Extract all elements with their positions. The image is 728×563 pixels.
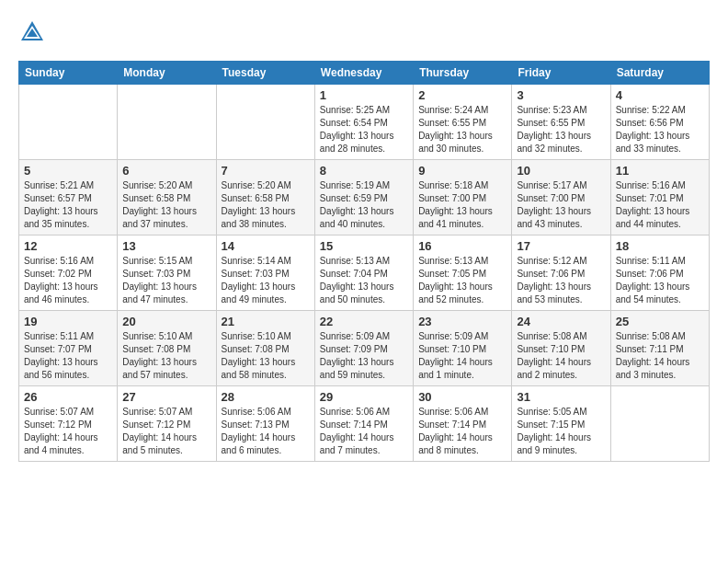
day-info: Sunrise: 5:11 AM Sunset: 7:07 PM Dayligh…: [24, 330, 112, 382]
day-info: Sunrise: 5:16 AM Sunset: 7:02 PM Dayligh…: [24, 255, 112, 306]
day-number: 2: [418, 88, 506, 102]
day-number: 9: [418, 164, 506, 178]
day-info: Sunrise: 5:20 AM Sunset: 6:58 PM Dayligh…: [122, 179, 210, 231]
calendar-cell: 21Sunrise: 5:10 AM Sunset: 7:08 PM Dayli…: [216, 311, 314, 386]
calendar-cell: 5Sunrise: 5:21 AM Sunset: 6:57 PM Daylig…: [19, 160, 118, 236]
day-info: Sunrise: 5:12 AM Sunset: 7:06 PM Dayligh…: [517, 255, 605, 306]
calendar-cell: 9Sunrise: 5:18 AM Sunset: 7:00 PM Daylig…: [414, 160, 512, 236]
day-info: Sunrise: 5:08 AM Sunset: 7:10 PM Dayligh…: [517, 330, 605, 382]
calendar-cell: 4Sunrise: 5:22 AM Sunset: 6:56 PM Daylig…: [610, 85, 709, 160]
day-number: 22: [320, 315, 408, 328]
day-number: 8: [320, 164, 408, 178]
calendar-cell: 6Sunrise: 5:20 AM Sunset: 6:58 PM Daylig…: [118, 160, 216, 236]
day-info: Sunrise: 5:14 AM Sunset: 7:03 PM Dayligh…: [222, 255, 310, 306]
day-header-monday: Monday: [118, 62, 216, 85]
calendar-cell: 22Sunrise: 5:09 AM Sunset: 7:09 PM Dayli…: [314, 311, 413, 386]
day-info: Sunrise: 5:10 AM Sunset: 7:08 PM Dayligh…: [222, 330, 310, 382]
calendar-cell: [118, 85, 216, 160]
day-info: Sunrise: 5:11 AM Sunset: 7:06 PM Dayligh…: [616, 255, 704, 306]
calendar-week-row: 5Sunrise: 5:21 AM Sunset: 6:57 PM Daylig…: [19, 160, 710, 236]
calendar-cell: 8Sunrise: 5:19 AM Sunset: 6:59 PM Daylig…: [314, 160, 413, 236]
day-number: 14: [222, 239, 310, 253]
calendar-cell: 20Sunrise: 5:10 AM Sunset: 7:08 PM Dayli…: [118, 311, 216, 386]
day-number: 26: [24, 390, 112, 404]
calendar-cell: 25Sunrise: 5:08 AM Sunset: 7:11 PM Dayli…: [610, 311, 709, 386]
day-info: Sunrise: 5:22 AM Sunset: 6:56 PM Dayligh…: [616, 104, 704, 155]
calendar-cell: 7Sunrise: 5:20 AM Sunset: 6:58 PM Daylig…: [216, 160, 314, 236]
day-number: 18: [616, 239, 704, 253]
logo: [18, 18, 50, 46]
calendar-cell: 11Sunrise: 5:16 AM Sunset: 7:01 PM Dayli…: [610, 160, 709, 236]
page-header: [18, 18, 710, 46]
calendar-cell: 30Sunrise: 5:06 AM Sunset: 7:14 PM Dayli…: [414, 386, 512, 462]
calendar-cell: 23Sunrise: 5:09 AM Sunset: 7:10 PM Dayli…: [414, 311, 512, 386]
logo-icon: [18, 18, 46, 46]
day-info: Sunrise: 5:17 AM Sunset: 7:00 PM Dayligh…: [517, 179, 605, 231]
day-info: Sunrise: 5:23 AM Sunset: 6:55 PM Dayligh…: [517, 104, 605, 155]
calendar-cell: [19, 85, 118, 160]
day-info: Sunrise: 5:09 AM Sunset: 7:09 PM Dayligh…: [320, 330, 408, 382]
day-header-saturday: Saturday: [610, 62, 709, 85]
calendar-cell: 26Sunrise: 5:07 AM Sunset: 7:12 PM Dayli…: [19, 386, 118, 462]
calendar-cell: 17Sunrise: 5:12 AM Sunset: 7:06 PM Dayli…: [512, 236, 610, 311]
day-number: 29: [320, 390, 408, 404]
day-info: Sunrise: 5:13 AM Sunset: 7:04 PM Dayligh…: [320, 255, 408, 306]
day-info: Sunrise: 5:25 AM Sunset: 6:54 PM Dayligh…: [320, 104, 408, 155]
day-info: Sunrise: 5:21 AM Sunset: 6:57 PM Dayligh…: [24, 179, 112, 231]
calendar-header-row: SundayMondayTuesdayWednesdayThursdayFrid…: [19, 62, 710, 85]
calendar-week-row: 12Sunrise: 5:16 AM Sunset: 7:02 PM Dayli…: [19, 236, 710, 311]
day-number: 13: [122, 239, 210, 253]
calendar-table: SundayMondayTuesdayWednesdayThursdayFrid…: [18, 61, 710, 462]
calendar-cell: 12Sunrise: 5:16 AM Sunset: 7:02 PM Dayli…: [19, 236, 118, 311]
day-header-thursday: Thursday: [414, 62, 512, 85]
calendar-cell: 24Sunrise: 5:08 AM Sunset: 7:10 PM Dayli…: [512, 311, 610, 386]
day-number: 17: [517, 239, 605, 253]
day-number: 24: [517, 315, 605, 328]
calendar-cell: [610, 386, 709, 462]
day-info: Sunrise: 5:08 AM Sunset: 7:11 PM Dayligh…: [616, 330, 704, 382]
day-info: Sunrise: 5:05 AM Sunset: 7:15 PM Dayligh…: [517, 406, 605, 457]
day-number: 10: [517, 164, 605, 178]
calendar-cell: 3Sunrise: 5:23 AM Sunset: 6:55 PM Daylig…: [512, 85, 610, 160]
calendar-week-row: 26Sunrise: 5:07 AM Sunset: 7:12 PM Dayli…: [19, 386, 710, 462]
day-number: 3: [517, 88, 605, 102]
day-number: 6: [122, 164, 210, 178]
day-number: 31: [517, 390, 605, 404]
calendar-cell: 27Sunrise: 5:07 AM Sunset: 7:12 PM Dayli…: [118, 386, 216, 462]
day-number: 21: [222, 315, 310, 328]
day-info: Sunrise: 5:06 AM Sunset: 7:14 PM Dayligh…: [418, 406, 506, 457]
day-number: 1: [320, 88, 408, 102]
calendar-week-row: 19Sunrise: 5:11 AM Sunset: 7:07 PM Dayli…: [19, 311, 710, 386]
calendar-cell: 19Sunrise: 5:11 AM Sunset: 7:07 PM Dayli…: [19, 311, 118, 386]
day-number: 4: [616, 88, 704, 102]
day-number: 5: [24, 164, 112, 178]
calendar-cell: 13Sunrise: 5:15 AM Sunset: 7:03 PM Dayli…: [118, 236, 216, 311]
day-info: Sunrise: 5:16 AM Sunset: 7:01 PM Dayligh…: [616, 179, 704, 231]
calendar-cell: 15Sunrise: 5:13 AM Sunset: 7:04 PM Dayli…: [314, 236, 413, 311]
day-info: Sunrise: 5:07 AM Sunset: 7:12 PM Dayligh…: [122, 406, 210, 457]
day-info: Sunrise: 5:13 AM Sunset: 7:05 PM Dayligh…: [418, 255, 506, 306]
calendar-cell: 14Sunrise: 5:14 AM Sunset: 7:03 PM Dayli…: [216, 236, 314, 311]
day-info: Sunrise: 5:09 AM Sunset: 7:10 PM Dayligh…: [418, 330, 506, 382]
day-number: 30: [418, 390, 506, 404]
calendar-cell: 28Sunrise: 5:06 AM Sunset: 7:13 PM Dayli…: [216, 386, 314, 462]
day-info: Sunrise: 5:19 AM Sunset: 6:59 PM Dayligh…: [320, 179, 408, 231]
day-number: 12: [24, 239, 112, 253]
calendar-cell: 29Sunrise: 5:06 AM Sunset: 7:14 PM Dayli…: [314, 386, 413, 462]
day-info: Sunrise: 5:06 AM Sunset: 7:14 PM Dayligh…: [320, 406, 408, 457]
day-info: Sunrise: 5:20 AM Sunset: 6:58 PM Dayligh…: [222, 179, 310, 231]
day-header-sunday: Sunday: [19, 62, 118, 85]
calendar-week-row: 1Sunrise: 5:25 AM Sunset: 6:54 PM Daylig…: [19, 85, 710, 160]
day-number: 23: [418, 315, 506, 328]
calendar-cell: 1Sunrise: 5:25 AM Sunset: 6:54 PM Daylig…: [314, 85, 413, 160]
calendar-cell: 18Sunrise: 5:11 AM Sunset: 7:06 PM Dayli…: [610, 236, 709, 311]
day-number: 27: [122, 390, 210, 404]
day-number: 7: [222, 164, 310, 178]
day-header-wednesday: Wednesday: [314, 62, 413, 85]
calendar-cell: 2Sunrise: 5:24 AM Sunset: 6:55 PM Daylig…: [414, 85, 512, 160]
day-info: Sunrise: 5:24 AM Sunset: 6:55 PM Dayligh…: [418, 104, 506, 155]
day-info: Sunrise: 5:07 AM Sunset: 7:12 PM Dayligh…: [24, 406, 112, 457]
calendar-cell: 16Sunrise: 5:13 AM Sunset: 7:05 PM Dayli…: [414, 236, 512, 311]
calendar-cell: [216, 85, 314, 160]
day-number: 20: [122, 315, 210, 328]
